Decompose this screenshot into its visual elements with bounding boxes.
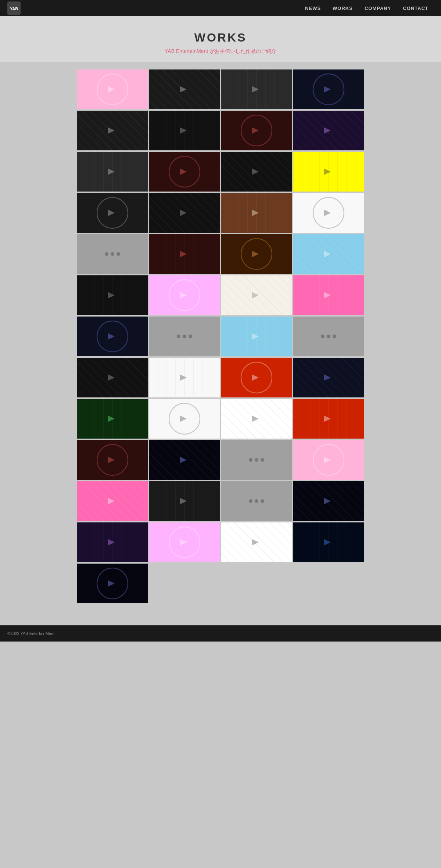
work-item-1[interactable] <box>77 69 148 109</box>
work-item-43[interactable] <box>221 481 292 521</box>
work-item-2[interactable] <box>149 69 220 109</box>
thumbnail-svg <box>77 317 148 356</box>
thumbnail-svg <box>77 111 148 150</box>
work-item-45[interactable] <box>77 522 148 562</box>
work-item-8[interactable] <box>293 111 364 150</box>
work-item-17[interactable] <box>77 234 148 274</box>
thumbnail-svg <box>293 358 364 397</box>
thumbnail-svg <box>293 399 364 439</box>
work-item-37[interactable] <box>77 440 148 480</box>
thumbnail-svg <box>77 358 148 397</box>
work-item-21[interactable] <box>77 275 148 315</box>
thumbnail-svg <box>221 522 292 562</box>
work-item-38[interactable] <box>149 440 220 480</box>
thumbnail-svg <box>149 193 220 233</box>
work-item-22[interactable] <box>149 275 220 315</box>
work-item-40[interactable] <box>293 440 364 480</box>
placeholder-dots <box>249 458 264 462</box>
placeholder-dots <box>321 335 336 338</box>
work-item-49[interactable] <box>77 564 148 603</box>
work-item-23[interactable] <box>221 275 292 315</box>
work-item-31[interactable] <box>221 358 292 397</box>
logo[interactable]: YAB <box>7 1 21 15</box>
work-item-14[interactable] <box>149 193 220 233</box>
thumbnail-svg <box>221 275 292 315</box>
thumbnail-svg <box>149 152 220 192</box>
page-subtitle: YAB EntertainMent がお手伝いした作品のご紹介 <box>7 48 434 55</box>
work-item-3[interactable] <box>221 69 292 109</box>
work-item-27[interactable] <box>221 317 292 356</box>
work-item-16[interactable] <box>293 193 364 233</box>
thumbnail-svg <box>293 69 364 109</box>
thumbnail-svg <box>77 564 148 603</box>
placeholder-dots <box>105 252 120 256</box>
work-item-36[interactable] <box>293 399 364 439</box>
logo-icon: YAB <box>7 1 21 15</box>
work-item-41[interactable] <box>77 481 148 521</box>
nav-company[interactable]: COMPANY <box>359 4 396 12</box>
nav-contact[interactable]: CONTACT <box>398 4 434 12</box>
page-title-section: WORKS YAB EntertainMent がお手伝いした作品のご紹介 <box>0 16 441 62</box>
work-item-48[interactable] <box>293 522 364 562</box>
work-item-32[interactable] <box>293 358 364 397</box>
work-item-35[interactable] <box>221 399 292 439</box>
thumbnail-svg <box>293 152 364 192</box>
work-item-44[interactable] <box>293 481 364 521</box>
work-item-19[interactable] <box>221 234 292 274</box>
nav-works[interactable]: WORKS <box>327 4 358 12</box>
thumbnail-svg <box>221 152 292 192</box>
nav-news[interactable]: NEWS <box>300 4 326 12</box>
work-item-12[interactable] <box>293 152 364 192</box>
main-content <box>0 62 441 625</box>
work-item-30[interactable] <box>149 358 220 397</box>
thumbnail-svg <box>221 358 292 397</box>
thumbnail-svg <box>77 522 148 562</box>
thumbnail-svg <box>149 481 220 521</box>
thumbnail-svg <box>149 234 220 274</box>
thumbnail-svg <box>221 317 292 356</box>
work-item-13[interactable] <box>77 193 148 233</box>
thumbnail-svg <box>77 69 148 109</box>
work-item-34[interactable] <box>149 399 220 439</box>
work-item-25[interactable] <box>77 317 148 356</box>
work-item-39[interactable] <box>221 440 292 480</box>
work-item-10[interactable] <box>149 152 220 192</box>
thumbnail-svg <box>77 275 148 315</box>
thumbnail-svg <box>149 399 220 439</box>
work-item-42[interactable] <box>149 481 220 521</box>
work-item-29[interactable] <box>77 358 148 397</box>
work-item-11[interactable] <box>221 152 292 192</box>
thumbnail-svg <box>149 275 220 315</box>
work-item-28[interactable] <box>293 317 364 356</box>
page-title: WORKS <box>7 31 434 44</box>
work-item-15[interactable] <box>221 193 292 233</box>
work-item-7[interactable] <box>221 111 292 150</box>
thumbnail-svg <box>293 193 364 233</box>
work-item-33[interactable] <box>77 399 148 439</box>
thumbnail-svg <box>149 358 220 397</box>
thumbnail-svg <box>221 193 292 233</box>
work-item-9[interactable] <box>77 152 148 192</box>
work-item-47[interactable] <box>221 522 292 562</box>
work-item-46[interactable] <box>149 522 220 562</box>
svg-text:YAB: YAB <box>10 7 18 11</box>
work-item-26[interactable] <box>149 317 220 356</box>
site-footer: ©2022 YAB EntertainMent <box>0 625 441 642</box>
work-item-18[interactable] <box>149 234 220 274</box>
work-item-20[interactable] <box>293 234 364 274</box>
thumbnail-svg <box>293 522 364 562</box>
work-item-5[interactable] <box>77 111 148 150</box>
thumbnail-svg <box>77 152 148 192</box>
thumbnail-svg <box>221 69 292 109</box>
thumbnail-svg <box>77 440 148 480</box>
thumbnail-svg <box>77 399 148 439</box>
thumbnail-svg <box>149 522 220 562</box>
work-item-4[interactable] <box>293 69 364 109</box>
thumbnail-svg <box>221 399 292 439</box>
thumbnail-svg <box>77 193 148 233</box>
main-nav: NEWS WORKS COMPANY CONTACT <box>300 4 434 12</box>
work-item-6[interactable] <box>149 111 220 150</box>
thumbnail-svg <box>149 440 220 480</box>
thumbnail-svg <box>293 481 364 521</box>
work-item-24[interactable] <box>293 275 364 315</box>
